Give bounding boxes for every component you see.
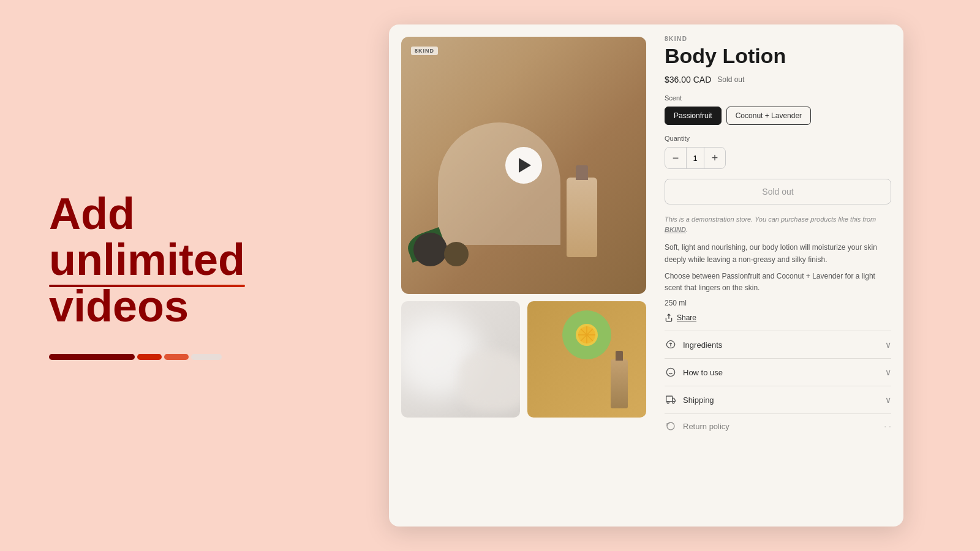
info-column: 8KIND Body Lotion $36.00 CAD Sold out Sc… bbox=[658, 24, 903, 527]
return-policy-chevron: · · bbox=[884, 421, 891, 431]
scent-coconut-lavender[interactable]: Coconut + Lavender bbox=[726, 107, 811, 125]
accordion-shipping[interactable]: Shipping ∨ bbox=[665, 386, 891, 413]
svg-point-11 bbox=[673, 402, 674, 403]
how-to-use-icon bbox=[666, 367, 676, 377]
share-icon bbox=[665, 313, 673, 322]
product-description-1: Soft, light and nourishing, our body lot… bbox=[665, 242, 891, 265]
quantity-value: 1 bbox=[686, 148, 704, 168]
quantity-decrease-button[interactable]: − bbox=[665, 148, 686, 168]
box-icon bbox=[665, 394, 677, 406]
svg-point-6 bbox=[666, 368, 674, 376]
bottle-cap-thumb2 bbox=[616, 351, 623, 361]
ingredients-icon bbox=[666, 340, 676, 350]
product-title: Body Lotion bbox=[665, 45, 891, 67]
return-icon bbox=[665, 420, 677, 432]
how-to-use-label: How to use bbox=[683, 368, 723, 377]
progress-segment-4 bbox=[191, 354, 222, 360]
shipping-label: Shipping bbox=[683, 395, 714, 405]
demo-link[interactable]: BKIND bbox=[665, 226, 686, 233]
shipping-chevron: ∨ bbox=[885, 395, 891, 405]
thumb2-circle bbox=[562, 310, 611, 359]
main-video[interactable]: 8KIND bbox=[401, 37, 646, 294]
thumbnail-1[interactable] bbox=[401, 301, 520, 418]
progress-segment-1 bbox=[49, 354, 135, 360]
left-panel: Add unlimited videos bbox=[0, 154, 331, 397]
share-link[interactable]: Share bbox=[665, 313, 891, 322]
headline-line3: videos bbox=[49, 282, 189, 331]
quantity-increase-button[interactable]: + bbox=[704, 148, 725, 168]
headline-line1: Add bbox=[49, 189, 135, 238]
accordion-ingredients-left: Ingredients bbox=[665, 339, 722, 351]
right-panel: 8KIND bbox=[331, 6, 980, 545]
accordion-return-left: Return policy bbox=[665, 420, 729, 432]
accordion-return-policy[interactable]: Return policy · · bbox=[665, 413, 891, 438]
product-description-2: Choose between Passionfruit and Coconut … bbox=[665, 271, 891, 294]
how-to-use-chevron: ∨ bbox=[885, 367, 891, 377]
scent-label: Scent bbox=[665, 94, 891, 102]
bottle-thumb2 bbox=[611, 359, 628, 408]
price-row: $36.00 CAD Sold out bbox=[665, 75, 891, 84]
quantity-control: − 1 + bbox=[665, 147, 726, 169]
headline-line2: unlimited bbox=[49, 237, 245, 283]
ingredients-label: Ingredients bbox=[683, 340, 722, 350]
product-price: $36.00 CAD bbox=[665, 75, 711, 84]
quantity-label: Quantity bbox=[665, 135, 891, 142]
accordion-shipping-left: Shipping bbox=[665, 394, 714, 406]
play-icon bbox=[519, 158, 531, 173]
citrus-icon bbox=[575, 323, 599, 347]
progress-segment-2 bbox=[137, 354, 162, 360]
progress-bar bbox=[49, 354, 294, 360]
return-policy-label: Return policy bbox=[683, 422, 729, 431]
scent-passionfruit[interactable]: Passionfruit bbox=[665, 107, 722, 125]
svg-point-10 bbox=[667, 402, 669, 403]
accordion-ingredients[interactable]: Ingredients ∨ bbox=[665, 331, 891, 358]
return-policy-icon bbox=[666, 421, 676, 431]
share-label: Share bbox=[677, 313, 696, 322]
accordion-how-to-use-left: How to use bbox=[665, 366, 723, 378]
scent-options: Passionfruit Coconut + Lavender bbox=[665, 107, 891, 125]
media-column: 8KIND bbox=[389, 24, 658, 527]
product-size: 250 ml bbox=[665, 299, 891, 307]
shipping-icon bbox=[666, 395, 676, 405]
swipe-decor-2 bbox=[459, 350, 520, 411]
sold-out-button[interactable]: Sold out bbox=[665, 179, 891, 204]
product-card: 8KIND bbox=[389, 24, 903, 527]
leaf-icon bbox=[665, 339, 677, 351]
progress-segment-3 bbox=[164, 354, 189, 360]
accordion-how-to-use[interactable]: How to use ∨ bbox=[665, 358, 891, 386]
thumbnail-row bbox=[401, 301, 646, 418]
ingredients-chevron: ∨ bbox=[885, 340, 891, 350]
svg-rect-9 bbox=[666, 396, 673, 402]
play-button[interactable] bbox=[505, 147, 542, 184]
video-overlay bbox=[401, 37, 646, 294]
brand-name: 8KIND bbox=[665, 36, 891, 42]
face-icon bbox=[665, 366, 677, 378]
hero-headline: Add unlimited videos bbox=[49, 191, 294, 330]
demo-notice: This is a demonstration store. You can p… bbox=[665, 214, 891, 234]
thumbnail-2[interactable] bbox=[527, 301, 646, 418]
sold-out-badge: Sold out bbox=[717, 75, 744, 84]
